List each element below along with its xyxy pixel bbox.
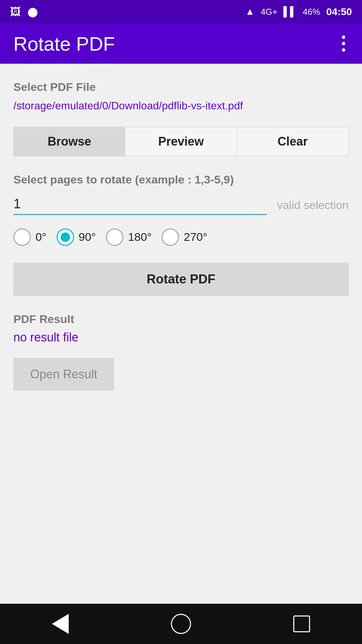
radio-label-270: 270°: [184, 230, 207, 244]
pages-input-row: valid selection: [13, 196, 349, 215]
clock: 04:50: [326, 6, 352, 17]
app-title: Rotate PDF: [13, 33, 115, 55]
pages-input-wrapper: [13, 196, 267, 215]
status-bar: 🖼 ⬤ ▲ 4G+ ▌▌ 46% 04:50: [0, 0, 362, 23]
valid-selection-label: valid selection: [277, 199, 349, 215]
file-buttons-row: Browse Preview Clear: [13, 127, 349, 156]
file-path: /storage/emulated/0/Download/pdflib-vs-i…: [13, 98, 349, 113]
overflow-dot-3: [342, 48, 345, 52]
overflow-menu-button[interactable]: [339, 32, 349, 55]
radio-circle-0: [13, 228, 31, 246]
select-file-section: Select PDF File /storage/emulated/0/Down…: [13, 80, 349, 173]
select-file-label: Select PDF File: [13, 80, 349, 94]
nav-bar: [0, 604, 362, 644]
rotation-0[interactable]: 0°: [13, 228, 47, 246]
status-bar-left: 🖼 ⬤: [10, 6, 38, 18]
status-bar-right: ▲ 4G+ ▌▌ 46% 04:50: [245, 6, 352, 17]
clear-button[interactable]: Clear: [237, 127, 349, 156]
back-icon: [52, 614, 69, 634]
back-button[interactable]: [47, 610, 74, 637]
browse-button[interactable]: Browse: [13, 127, 125, 156]
radio-circle-180: [106, 228, 123, 246]
preview-button[interactable]: Preview: [125, 127, 237, 156]
image-icon: 🖼: [10, 6, 21, 18]
radio-circle-270: [162, 228, 179, 246]
signal-icon: ▌▌: [284, 6, 297, 17]
result-file: no result file: [13, 330, 349, 344]
pages-section: Select pages to rotate (example : 1,3-5,…: [13, 173, 349, 228]
radio-inner-90: [61, 232, 70, 242]
rotation-90[interactable]: 90°: [57, 228, 96, 246]
recent-button[interactable]: [288, 610, 315, 637]
pages-label: Select pages to rotate (example : 1,3-5,…: [13, 173, 349, 186]
radio-label-180: 180°: [128, 230, 152, 244]
home-button[interactable]: [168, 610, 194, 637]
overflow-dot-1: [342, 36, 345, 39]
overflow-dot-2: [342, 42, 345, 45]
home-icon: [171, 614, 191, 634]
pdf-result-label: PDF Result: [13, 313, 349, 326]
rotation-180[interactable]: 180°: [106, 228, 152, 246]
open-result-button[interactable]: Open Result: [13, 358, 114, 391]
pdf-result-section: PDF Result no result file Open Result: [13, 313, 349, 391]
radio-circle-90: [57, 228, 74, 246]
pages-input[interactable]: [13, 196, 267, 211]
radio-label-90: 90°: [79, 230, 96, 244]
main-content: Select PDF File /storage/emulated/0/Down…: [0, 64, 362, 604]
app-bar: Rotate PDF: [0, 23, 362, 64]
battery-indicator: 46%: [303, 7, 320, 17]
wifi-icon: ▲: [245, 6, 255, 17]
rotation-270[interactable]: 270°: [162, 228, 207, 246]
camera-icon: ⬤: [27, 6, 38, 17]
network-type: 4G+: [261, 7, 278, 17]
radio-label-0: 0°: [36, 230, 47, 244]
recent-icon: [293, 615, 310, 632]
rotation-options: 0° 90° 180° 270°: [13, 228, 349, 246]
rotate-pdf-button[interactable]: Rotate PDF: [13, 263, 349, 296]
